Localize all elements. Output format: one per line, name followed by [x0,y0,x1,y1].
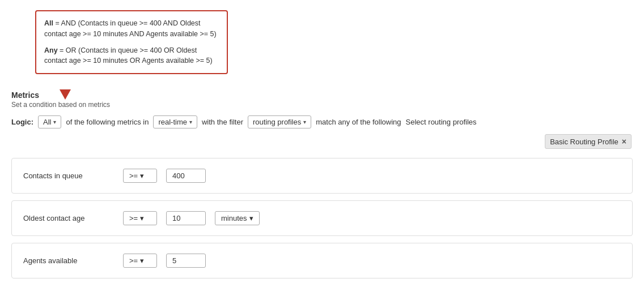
unit-value-1: minutes [221,214,247,222]
metric-op-0[interactable]: >=▾ [123,169,157,183]
metric-unit-1[interactable]: minutes▾ [215,211,260,225]
metric-op-value-0: >= [129,171,138,180]
section-title: Metrics [11,91,633,100]
section-header: Metrics Set a condition based on metrics [11,91,633,109]
metric-name-0: Contacts in queue [23,171,114,180]
logic-value: All [43,118,51,126]
metric-value-1: 10 [166,211,206,225]
metric-op-chevron-icon-1: ▾ [140,214,144,222]
unit-chevron-icon-1: ▾ [249,214,253,222]
arrow-down-icon [60,89,71,100]
metric-op-1[interactable]: >=▾ [123,211,157,225]
logic-text1: of the following metrics in [66,118,149,126]
metric-op-value-2: >= [129,256,138,265]
metric-value-0: 400 [166,169,206,183]
tag-close-button[interactable]: × [622,137,626,146]
logic-select[interactable]: All ▾ [38,115,61,128]
logic-text2: with the filter [202,118,243,126]
realtime-chevron-icon: ▾ [189,119,192,125]
metric-row-0: Contacts in queue>=▾400 [11,158,633,194]
filter-select[interactable]: routing profiles ▾ [248,115,311,128]
tooltip-all-line: All = AND (Contacts in queue >= 400 AND … [44,18,219,40]
metric-op-chevron-icon-2: ▾ [140,256,144,265]
filter-chevron-icon: ▾ [303,119,306,125]
realtime-value: real-time [158,118,187,126]
metric-op-value-1: >= [129,214,138,222]
tooltip-any-line: Any = OR (Contacts in queue >= 400 OR Ol… [44,45,219,67]
tooltip-box: All = AND (Contacts in queue >= 400 AND … [35,10,228,74]
metric-name-2: Agents available [23,256,114,265]
section-subtitle: Set a condition based on metrics [11,101,633,109]
realtime-select[interactable]: real-time ▾ [153,115,197,128]
filter-value: routing profiles [253,118,301,126]
logic-chevron-icon: ▾ [53,119,56,125]
select-routing-label: Select routing profiles [406,118,477,126]
tag-row: Basic Routing Profile × [11,134,633,149]
routing-profile-tag: Basic Routing Profile × [545,134,632,149]
metric-cards-container: Contacts in queue>=▾400Oldest contact ag… [11,158,633,278]
logic-label: Logic: [11,118,33,126]
metric-op-chevron-icon-0: ▾ [140,171,144,180]
metric-value-2: 5 [166,254,206,268]
metric-op-2[interactable]: >=▾ [123,254,157,268]
tag-label: Basic Routing Profile [550,138,618,146]
logic-text3: match any of the following [316,118,401,126]
metric-row-2: Agents available>=▾5 [11,243,633,278]
metric-row-1: Oldest contact age>=▾10minutes▾ [11,200,633,236]
logic-row: Logic: All ▾ of the following metrics in… [11,115,633,128]
metric-name-1: Oldest contact age [23,214,114,222]
